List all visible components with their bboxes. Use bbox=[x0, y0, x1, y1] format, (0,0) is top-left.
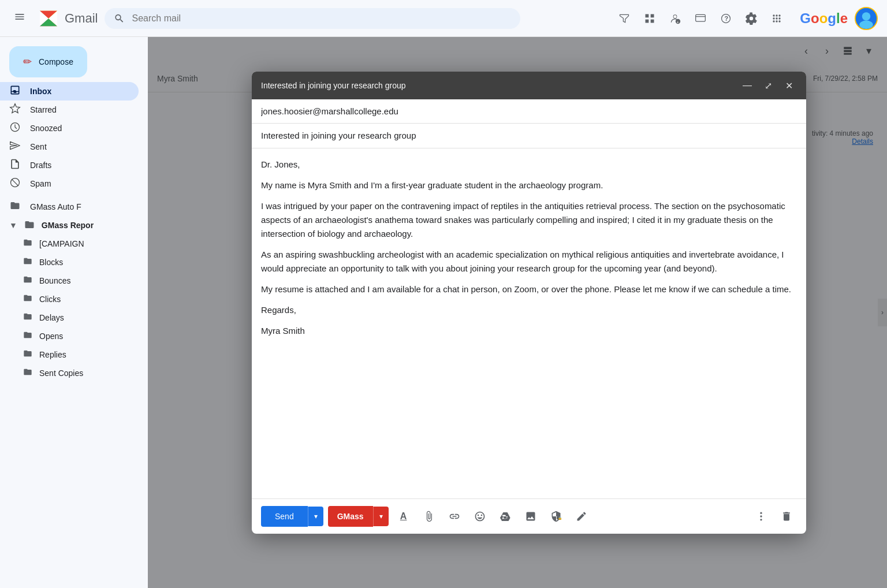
sent-copies-label: Sent Copies bbox=[39, 369, 83, 378]
sidebar-item-blocks[interactable]: Blocks bbox=[0, 253, 148, 271]
contacts-icon[interactable]: + bbox=[664, 7, 687, 30]
drafts-icon bbox=[9, 158, 21, 173]
format-text-icon: A bbox=[400, 511, 407, 522]
blocks-label: Blocks bbox=[39, 258, 63, 267]
svg-point-27 bbox=[779, 20, 781, 22]
sidebar-item-bounces[interactable]: Bounces bbox=[0, 271, 148, 290]
gmail-text: Gmail bbox=[65, 11, 98, 26]
search-bar[interactable] bbox=[105, 8, 520, 29]
svg-point-24 bbox=[779, 17, 781, 19]
replies-label: Replies bbox=[39, 350, 66, 359]
attach-file-button[interactable] bbox=[419, 506, 439, 527]
search-input[interactable] bbox=[132, 13, 512, 24]
sidebar-item-replies[interactable]: Replies bbox=[0, 345, 148, 364]
delete-draft-button[interactable] bbox=[776, 506, 797, 527]
help-icon[interactable]: ? bbox=[714, 7, 737, 30]
svg-point-30 bbox=[859, 20, 873, 28]
sidebar-item-snoozed[interactable]: Snoozed bbox=[0, 119, 139, 137]
sidebar-item-gmass-auto[interactable]: GMass Auto F bbox=[0, 198, 139, 216]
gmass-auto-folder-icon bbox=[9, 200, 21, 214]
spam-label: Spam bbox=[30, 179, 51, 188]
subject-field[interactable] bbox=[252, 124, 806, 148]
filters-icon[interactable] bbox=[613, 7, 636, 30]
chat-icon[interactable] bbox=[689, 7, 712, 30]
inbox-icon bbox=[9, 84, 21, 99]
grid-icon[interactable] bbox=[638, 7, 661, 30]
signature-button[interactable] bbox=[571, 506, 592, 527]
compose-label: Compose bbox=[39, 57, 73, 66]
svg-point-12 bbox=[674, 15, 677, 18]
clicks-label: Clicks bbox=[39, 295, 61, 304]
apps-icon[interactable] bbox=[765, 7, 788, 30]
confidential-mode-button[interactable]: 🔒 bbox=[546, 506, 567, 527]
compose-button[interactable]: ✏ Compose bbox=[9, 46, 87, 77]
send-options-button[interactable]: ▾ bbox=[308, 507, 323, 526]
sent-label: Sent bbox=[30, 142, 47, 151]
sidebar-item-sent[interactable]: Sent bbox=[0, 137, 139, 156]
blocks-folder-icon bbox=[23, 256, 32, 268]
modal-body: Dr. Jones, My name is Myra Smith and I'm… bbox=[252, 99, 806, 534]
hamburger-menu[interactable] bbox=[9, 6, 30, 30]
insert-link-button[interactable] bbox=[444, 506, 465, 527]
settings-icon[interactable] bbox=[740, 7, 763, 30]
to-field[interactable] bbox=[252, 99, 806, 124]
gmass-reports-label: GMass Repor bbox=[42, 221, 94, 230]
gmass-reports-folder-icon bbox=[24, 219, 35, 232]
sidebar-item-spam[interactable]: Spam bbox=[0, 174, 139, 193]
body-paragraph-4: My resume is attached and I am available… bbox=[261, 282, 797, 296]
sidebar-item-sent-copies[interactable]: Sent Copies bbox=[0, 364, 148, 382]
bounces-label: Bounces bbox=[39, 276, 70, 285]
svg-point-21 bbox=[779, 14, 781, 16]
gmail-logo: Gmail bbox=[37, 7, 98, 30]
bounces-folder-icon bbox=[23, 275, 32, 286]
delays-folder-icon bbox=[23, 312, 32, 323]
svg-text:?: ? bbox=[725, 15, 729, 22]
subject-input[interactable] bbox=[261, 131, 797, 140]
more-options-button[interactable] bbox=[751, 506, 772, 527]
insert-emoji-button[interactable] bbox=[469, 506, 490, 527]
body-paragraph-2: I was intrigued by your paper on the con… bbox=[261, 199, 797, 241]
modal-close-button[interactable]: ✕ bbox=[781, 77, 797, 94]
svg-point-40 bbox=[760, 515, 762, 517]
send-button[interactable]: Send bbox=[261, 506, 308, 527]
snoozed-label: Snoozed bbox=[30, 124, 62, 133]
starred-icon bbox=[9, 103, 21, 117]
starred-label: Starred bbox=[30, 105, 57, 114]
svg-point-41 bbox=[760, 519, 762, 520]
modal-expand-button[interactable]: ⤢ bbox=[760, 77, 776, 94]
delays-label: Delays bbox=[39, 313, 64, 322]
spam-icon bbox=[9, 177, 21, 191]
sidebar-item-inbox[interactable]: Inbox bbox=[0, 82, 139, 101]
modal-header: Interested in joining your research grou… bbox=[252, 72, 806, 99]
gmass-button[interactable]: GMass bbox=[328, 506, 373, 527]
format-text-button[interactable]: A bbox=[393, 506, 414, 527]
insert-drive-button[interactable] bbox=[495, 506, 516, 527]
to-input[interactable] bbox=[261, 106, 797, 116]
svg-point-22 bbox=[773, 17, 775, 19]
svg-point-26 bbox=[776, 20, 778, 22]
body-greeting: Dr. Jones, bbox=[261, 158, 797, 172]
svg-rect-9 bbox=[646, 19, 649, 23]
campaign-folder-icon bbox=[23, 238, 32, 250]
sidebar-item-drafts[interactable]: Drafts bbox=[0, 156, 139, 174]
sidebar-item-clicks[interactable]: Clicks bbox=[0, 290, 148, 308]
sidebar-item-opens[interactable]: Opens bbox=[0, 327, 148, 345]
top-bar-right: + ? Google bbox=[613, 7, 878, 30]
gmass-options-button[interactable]: ▾ bbox=[373, 507, 389, 526]
sidebar-gmass-reports[interactable]: ▼ GMass Repor bbox=[0, 216, 148, 235]
replies-folder-icon bbox=[23, 349, 32, 360]
snoozed-icon bbox=[9, 121, 21, 136]
avatar[interactable] bbox=[855, 7, 878, 30]
svg-point-23 bbox=[776, 17, 778, 19]
sidebar-item-starred[interactable]: Starred bbox=[0, 101, 139, 119]
body-regards: Regards, bbox=[261, 303, 797, 317]
sidebar-item-delays[interactable]: Delays bbox=[0, 308, 148, 327]
sidebar-item-campaign[interactable]: [CAMPAIGN bbox=[0, 235, 148, 253]
content-area: ‹ › ▾ tivity: 4 minutes ago Details Myra… bbox=[148, 37, 887, 588]
insert-photo-button[interactable] bbox=[520, 506, 541, 527]
compose-body[interactable]: Dr. Jones, My name is Myra Smith and I'm… bbox=[252, 148, 806, 498]
opens-folder-icon bbox=[23, 330, 32, 342]
opens-label: Opens bbox=[39, 332, 63, 341]
sidebar: ✏ Compose Inbox Starred Snoozed Sent bbox=[0, 37, 148, 588]
modal-minimize-button[interactable]: — bbox=[739, 77, 755, 94]
